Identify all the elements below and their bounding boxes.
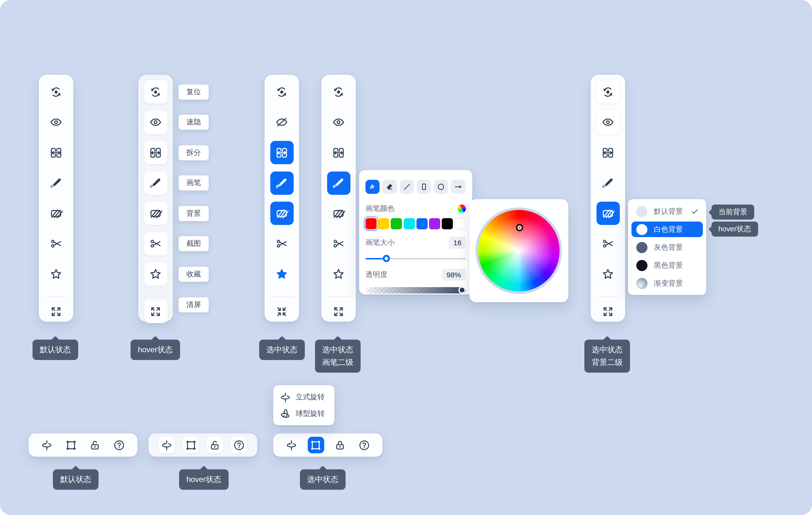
toolbar-vertical-default: [39, 75, 73, 322]
screenshot-button[interactable]: [270, 232, 293, 255]
split-button[interactable]: [596, 141, 619, 164]
lock-button[interactable]: [87, 437, 104, 453]
toolbar-divider: [597, 296, 619, 297]
color-swatch-row: [366, 218, 466, 229]
reset-button[interactable]: [45, 80, 68, 104]
opacity-slider[interactable]: [366, 287, 466, 294]
fullscreen-button[interactable]: [327, 300, 350, 323]
background-icon: [332, 207, 345, 220]
lock-button[interactable]: [207, 437, 223, 453]
frame-button-selected[interactable]: [308, 437, 324, 453]
tooltip-text: 选中状态: [307, 473, 338, 486]
quick-hide-button[interactable]: [327, 111, 350, 134]
frame-button[interactable]: [63, 437, 79, 453]
favorite-button[interactable]: [327, 262, 350, 286]
menu-item-default-background[interactable]: 默认背景: [632, 204, 703, 219]
tooltip-text: hover状态: [186, 473, 221, 486]
background-button-selected[interactable]: [270, 201, 293, 225]
split-button[interactable]: [327, 141, 350, 164]
screenshot-button[interactable]: [144, 232, 167, 255]
exit-fullscreen-button[interactable]: [270, 300, 293, 323]
favorite-button[interactable]: [596, 262, 619, 286]
menu-item-label: 球型旋转: [296, 409, 325, 418]
background-button[interactable]: [144, 201, 167, 225]
frame-button[interactable]: [182, 437, 199, 453]
pen-size-slider-thumb[interactable]: [383, 255, 390, 262]
squiggle-icon: [368, 182, 377, 191]
menu-item-gray-background[interactable]: 灰色背景: [632, 240, 703, 255]
split-button-selected[interactable]: [270, 141, 293, 164]
swatch-black[interactable]: [442, 218, 453, 229]
tool-arrow-button[interactable]: [451, 180, 465, 194]
split-icon: [275, 146, 288, 159]
help-button[interactable]: [231, 437, 247, 453]
background-button-selected[interactable]: [596, 201, 619, 225]
tooltip-arrow: [708, 225, 716, 233]
rectangle-icon: [419, 182, 429, 191]
swatch-blue[interactable]: [416, 218, 428, 229]
tool-pen-button[interactable]: [366, 180, 380, 194]
help-button[interactable]: [111, 437, 127, 453]
pen-size-slider[interactable]: [366, 258, 466, 260]
axis-rotate-button[interactable]: [284, 437, 300, 453]
color-wheel-selector[interactable]: [516, 224, 523, 231]
tool-circle-button[interactable]: [434, 180, 448, 194]
swatch-green[interactable]: [391, 218, 402, 229]
help-button[interactable]: [356, 437, 372, 453]
swatch-red[interactable]: [366, 218, 377, 229]
axis-rotate-button[interactable]: [38, 437, 55, 453]
quick-hide-button[interactable]: [596, 111, 619, 134]
fullscreen-button[interactable]: [144, 300, 167, 323]
tool-rectangle-button[interactable]: [417, 180, 431, 194]
lock-closed-icon: [334, 439, 346, 451]
quick-hide-button[interactable]: [45, 111, 68, 134]
screenshot-button[interactable]: [45, 232, 68, 255]
favorite-button-active[interactable]: [270, 262, 293, 286]
pen-button[interactable]: [596, 171, 619, 195]
screenshot-button[interactable]: [596, 232, 619, 255]
reset-button[interactable]: [270, 80, 293, 104]
axis-rotate-button[interactable]: [158, 437, 175, 453]
menu-item-white-background[interactable]: 白色背景: [632, 221, 703, 237]
split-button[interactable]: [45, 141, 68, 164]
axis-rotate-icon: [286, 439, 298, 451]
background-button[interactable]: [327, 201, 350, 225]
pen-button-selected[interactable]: [327, 171, 350, 195]
fullscreen-button[interactable]: [596, 300, 619, 323]
opacity-value[interactable]: 98%: [442, 269, 466, 281]
menu-item-vertical-rotation[interactable]: 立式旋转: [280, 390, 335, 405]
menu-item-sphere-rotation[interactable]: 球型旋转: [280, 406, 335, 421]
quick-hide-button[interactable]: [270, 111, 293, 134]
fullscreen-button[interactable]: [45, 300, 68, 323]
tool-eraser-button[interactable]: [383, 180, 397, 194]
reset-button[interactable]: [327, 80, 350, 104]
swatch-yellow[interactable]: [378, 218, 389, 229]
pen-button[interactable]: [144, 171, 167, 195]
quick-hide-button[interactable]: [144, 111, 167, 134]
tooltip-text: 默认状态: [60, 473, 91, 486]
color-wheel-icon[interactable]: [458, 205, 466, 213]
reset-button[interactable]: [144, 80, 167, 104]
tool-line-button[interactable]: [400, 180, 414, 194]
pen-size-value[interactable]: 16: [449, 237, 466, 249]
pen-settings-panel: 画笔颜色 画笔大小 16 透明度 98%: [359, 170, 472, 294]
tooltip-bottom-default-state: 默认状态: [53, 469, 98, 490]
swatch-cyan[interactable]: [404, 218, 415, 229]
screenshot-button[interactable]: [327, 232, 350, 255]
favorite-button[interactable]: [45, 262, 68, 286]
menu-item-gradient-background[interactable]: 渐变背景: [632, 275, 703, 291]
color-wheel[interactable]: [476, 208, 562, 294]
toolbar-bottom-selected: [273, 433, 382, 457]
hover-label-quick-hide: 速隐: [179, 115, 209, 130]
pen-button-selected[interactable]: [270, 171, 293, 195]
background-button[interactable]: [45, 201, 68, 225]
swatch-purple[interactable]: [429, 218, 440, 229]
favorite-button[interactable]: [144, 262, 167, 286]
pen-button[interactable]: [45, 171, 68, 195]
lock-button[interactable]: [332, 437, 348, 453]
split-button[interactable]: [144, 141, 167, 164]
opacity-slider-thumb[interactable]: [458, 287, 465, 294]
reset-button[interactable]: [596, 80, 619, 104]
menu-item-black-background[interactable]: 黑色背景: [632, 258, 703, 273]
swatch-white[interactable]: [455, 218, 466, 229]
